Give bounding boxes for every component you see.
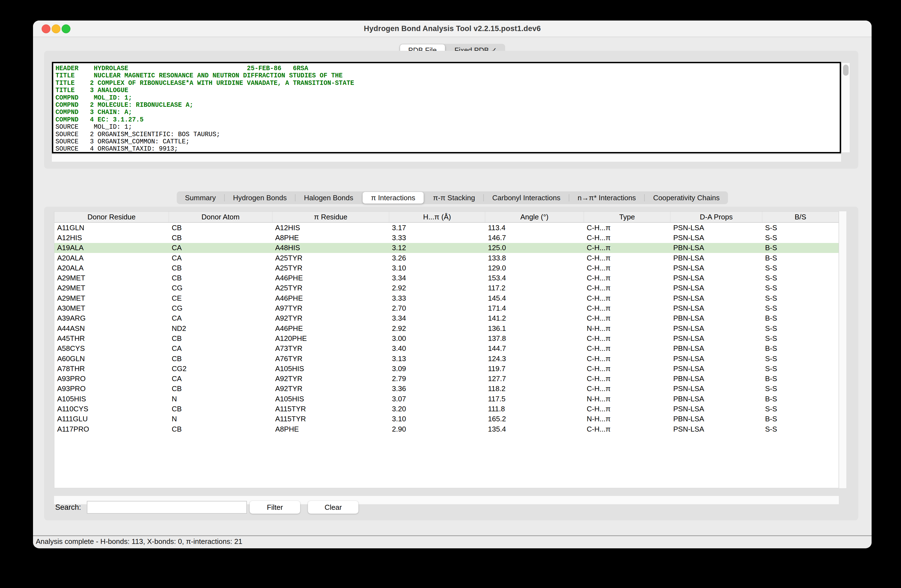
table-cell: PSN-LSA — [670, 334, 762, 343]
table-cell: S-S — [762, 293, 839, 303]
clear-button[interactable]: Clear — [308, 501, 359, 514]
table-cell: C-H...π — [584, 313, 670, 323]
table-cell: A48HIS — [273, 243, 389, 253]
table-cell: A93PRO — [55, 384, 169, 394]
table-cell: PSN-LSA — [670, 424, 762, 434]
table-cell: PSN-LSA — [670, 283, 762, 293]
table-row[interactable]: A20ALACBA25TYR3.10129.0C-H...πPSN-LSAS-S — [55, 263, 839, 273]
table-cell: A45THR — [55, 334, 169, 343]
tab-n-interactions[interactable]: n→π* Interactions — [569, 191, 644, 204]
column-header[interactable]: Donor Atom — [169, 212, 273, 222]
table-cell: N — [169, 394, 273, 404]
table-cell: CB — [169, 273, 273, 283]
table-cell: A58CYS — [55, 344, 169, 354]
table-cell: 129.0 — [485, 263, 584, 273]
tab-halogen-bonds[interactable]: Halogen Bonds — [296, 191, 362, 204]
table-cell: 118.2 — [485, 384, 584, 394]
table-row[interactable]: A39ARGCAA92TYR3.34141.2C-H...πPBN-LSAB-S — [55, 313, 839, 323]
table-cell: 2.90 — [389, 424, 485, 434]
table-cell: CA — [169, 344, 273, 354]
pdb-line: HEADER HYDROLASE 25-FEB-86 6RSA — [56, 65, 840, 72]
table-cell: A39ARG — [55, 313, 169, 323]
table-cell: CG — [169, 303, 273, 313]
table-cell: C-H...π — [584, 273, 670, 283]
table-row[interactable]: A93PROCBA92TYR3.36118.2C-H...πPSN-LSAS-S — [55, 384, 839, 394]
table-cell: B-S — [762, 344, 839, 354]
column-header[interactable]: Donor Residue — [55, 212, 169, 222]
table-row[interactable]: A60GLNCBA76TYR3.13124.3C-H...πPSN-LSAS-S — [55, 354, 839, 363]
table-row[interactable]: A45THRCBA120PHE3.00137.8C-H...πPSN-LSAS-… — [55, 334, 839, 343]
table-vertical-scrollbar[interactable] — [839, 211, 846, 488]
table-cell: A29MET — [55, 283, 169, 293]
title-bar[interactable]: Hydrogen Bond Analysis Tool v2.2.15.post… — [33, 20, 871, 37]
pdb-vertical-scrollbar[interactable] — [842, 63, 850, 152]
table-row[interactable]: A20ALACAA25TYR3.26133.8C-H...πPBN-LSAB-S — [55, 253, 839, 263]
column-header[interactable]: Type — [584, 212, 670, 222]
table-cell: C-H...π — [584, 374, 670, 384]
table-cell: ND2 — [169, 323, 273, 334]
table-cell: PBN-LSA — [670, 253, 762, 263]
table-cell: A29MET — [55, 293, 169, 303]
table-row[interactable]: A93PROCAA92TYR2.79127.7C-H...πPBN-LSAB-S — [55, 374, 839, 384]
table-cell: PSN-LSA — [670, 363, 762, 374]
table-cell: A110CYS — [55, 404, 169, 414]
table-cell: 144.7 — [485, 344, 584, 354]
table-cell: 3.26 — [389, 253, 485, 263]
tab-cooperativity-chains[interactable]: Cooperativity Chains — [645, 191, 728, 204]
column-header[interactable]: D-A Props — [670, 212, 762, 222]
table-row[interactable]: A58CYSCAA73TYR3.40144.7C-H...πPBN-LSAB-S — [55, 344, 839, 354]
table-cell: A92TYR — [273, 313, 389, 323]
table-row[interactable]: A19ALACAA48HIS3.12125.0C-H...πPBN-LSAB-S — [55, 243, 839, 253]
table-cell: PSN-LSA — [670, 273, 762, 283]
pdb-scrollbar-thumb[interactable] — [843, 65, 849, 76]
column-header[interactable]: H...π (Å) — [389, 212, 485, 222]
table-cell: S-S — [762, 283, 839, 293]
column-header[interactable]: π Residue — [273, 212, 389, 222]
column-header[interactable]: B/S — [762, 212, 839, 222]
pdb-line: COMPND 4 EC: 3.1.27.5 — [56, 116, 840, 123]
table-cell: 3.10 — [389, 263, 485, 273]
table-row[interactable]: A105HISNA105HIS3.07117.5N-H...πPBN-LSAB-… — [55, 394, 839, 404]
filter-button[interactable]: Filter — [249, 501, 300, 514]
table-cell: 3.17 — [389, 223, 485, 233]
table-cell: 136.1 — [485, 323, 584, 334]
table-cell: A46PHE — [273, 323, 389, 334]
table-row[interactable]: A11GLNCBA12HIS3.17113.4C-H...πPSN-LSAS-S — [55, 223, 839, 233]
table-row[interactable]: A29METCBA46PHE3.34153.4C-H...πPSN-LSAS-S — [55, 273, 839, 283]
table-row[interactable]: A117PROCBA8PHE2.90135.4C-H...πPSN-LSAS-S — [55, 424, 839, 434]
table-cell: A8PHE — [273, 233, 389, 243]
table-cell: A115TYR — [273, 404, 389, 414]
table-row[interactable]: A44ASNND2A46PHE2.92136.1N-H...πPSN-LSAS-… — [55, 323, 839, 334]
table-row[interactable]: A30METCGA97TYR2.70171.4C-H...πPSN-LSAS-S — [55, 303, 839, 313]
search-input[interactable] — [87, 501, 247, 514]
table-row[interactable]: A12HISCBA8PHE3.33146.7C-H...πPSN-LSAS-S — [55, 233, 839, 243]
table-cell: PSN-LSA — [670, 354, 762, 363]
table-header-row: Donor ResidueDonor Atomπ ResidueH...π (Å… — [55, 212, 839, 223]
tab-carbonyl-interactions[interactable]: Carbonyl Interactions — [484, 191, 569, 204]
table-cell: A44ASN — [55, 323, 169, 334]
pdb-line: COMPND MOL_ID: 1; — [56, 94, 840, 101]
table-cell: A78THR — [55, 363, 169, 374]
pdb-text-area[interactable]: HEADER HYDROLASE 25-FEB-86 6RSATITLE NUC… — [52, 62, 841, 153]
status-bar: Analysis complete - H-bonds: 113, X-bond… — [33, 535, 871, 547]
tab--stacking[interactable]: π-π Stacking — [425, 191, 483, 204]
table-row[interactable]: A29METCGA25TYR2.92117.2C-H...πPSN-LSAS-S — [55, 283, 839, 293]
table-cell: 2.79 — [389, 374, 485, 384]
table-row[interactable]: A29METCEA46PHE3.33145.4C-H...πPSN-LSAS-S — [55, 293, 839, 303]
table-cell: A25TYR — [273, 283, 389, 293]
search-label: Search: — [55, 501, 81, 514]
table-cell: 124.3 — [485, 354, 584, 363]
pdb-text-content: HEADER HYDROLASE 25-FEB-86 6RSATITLE NUC… — [53, 63, 840, 153]
tab-summary[interactable]: Summary — [177, 191, 224, 204]
table-cell: C-H...π — [584, 223, 670, 233]
table-cell: PBN-LSA — [670, 313, 762, 323]
table-row[interactable]: A78THRCG2A105HIS3.09119.7C-H...πPSN-LSAS… — [55, 363, 839, 374]
column-header[interactable]: Angle (°) — [485, 212, 584, 222]
tab--interactions[interactable]: π Interactions — [363, 192, 424, 204]
table-cell: A11GLN — [55, 223, 169, 233]
window-title: Hydrogen Bond Analysis Tool v2.2.15.post… — [33, 20, 871, 37]
table-row[interactable]: A110CYSCBA115TYR3.20111.8C-H...πPSN-LSAS… — [55, 404, 839, 414]
table-row[interactable]: A111GLUNA115TYR3.10165.2N-H...πPBN-LSAB-… — [55, 414, 839, 424]
pdb-horizontal-scrollbar[interactable] — [52, 154, 841, 162]
tab-hydrogen-bonds[interactable]: Hydrogen Bonds — [225, 191, 295, 204]
